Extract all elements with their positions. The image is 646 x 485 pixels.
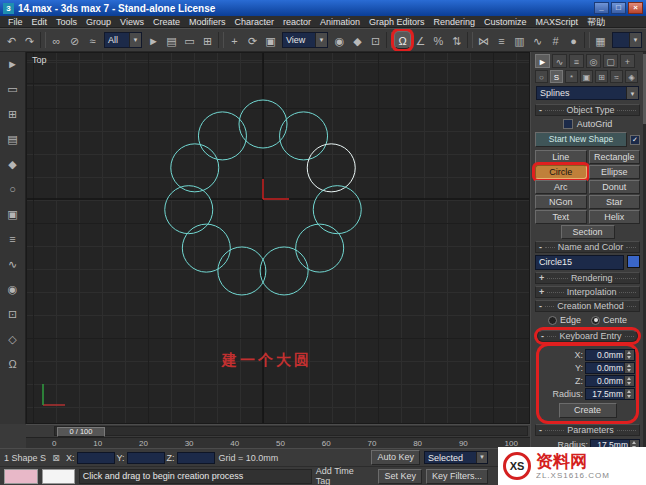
- bind-to-space-warp-icon[interactable]: ≈: [84, 31, 101, 49]
- selection-filter-dropdown[interactable]: All▼: [104, 32, 142, 48]
- object-type-button-ngon[interactable]: NGon: [535, 195, 587, 209]
- title-bar[interactable]: 3 14.max - 3ds max 7 - Stand-alone Licen…: [0, 0, 646, 16]
- menu-item-maxscript[interactable]: MAXScript: [532, 16, 583, 28]
- object-type-button-rectangle[interactable]: Rectangle: [589, 150, 641, 164]
- motion-tab-icon[interactable]: ◎: [586, 54, 601, 68]
- key-filters-button[interactable]: Key Filters...: [426, 469, 488, 484]
- menu-item-create[interactable]: Create: [149, 16, 184, 28]
- render-preset-dropdown[interactable]: ▼: [612, 32, 642, 48]
- create-button[interactable]: Create: [559, 403, 617, 418]
- spinner-down-icon[interactable]: [625, 394, 634, 399]
- unlink-selection-icon[interactable]: ⊘: [66, 31, 83, 49]
- spinner-down-icon[interactable]: [625, 381, 634, 386]
- timeline-track[interactable]: 0 / 100: [54, 426, 528, 436]
- curve-editor-icon[interactable]: ∿: [529, 31, 546, 49]
- creation-method-option-cente[interactable]: Cente: [591, 315, 627, 325]
- keyboard-entry-radius-input[interactable]: 17.5mm: [585, 388, 635, 400]
- select-and-manipulate-icon[interactable]: ◆: [349, 31, 366, 49]
- select-by-name-icon[interactable]: ▤: [163, 31, 180, 49]
- shapes-category-icon[interactable]: S: [550, 70, 563, 83]
- menu-item-modifiers[interactable]: Modifiers: [185, 16, 230, 28]
- mirror-icon[interactable]: ⋈: [475, 31, 492, 49]
- menu-item-customize[interactable]: Customize: [480, 16, 531, 28]
- window-crossing-icon[interactable]: ⊞: [199, 31, 216, 49]
- coordinate-x-field[interactable]: [77, 452, 115, 464]
- render-setup-icon[interactable]: ▦: [592, 31, 609, 49]
- use-pivot-center-icon[interactable]: ◉: [331, 31, 348, 49]
- percent-snap-icon[interactable]: %: [430, 31, 447, 49]
- set-key-button[interactable]: Set Key: [378, 469, 422, 484]
- space-warps-category-icon[interactable]: ≈: [610, 70, 623, 83]
- menu-item-views[interactable]: Views: [116, 16, 148, 28]
- left-tool-pivot-icon[interactable]: ◉: [4, 281, 22, 297]
- left-tool-grid-icon[interactable]: ⊞: [4, 106, 22, 122]
- chevron-down-icon[interactable]: ▼: [315, 33, 327, 47]
- menu-item-file[interactable]: File: [4, 16, 27, 28]
- spinner[interactable]: [624, 389, 634, 399]
- display-tab-icon[interactable]: ▢: [603, 54, 618, 68]
- spinner[interactable]: [624, 363, 634, 373]
- chevron-down-icon[interactable]: ▼: [129, 33, 141, 47]
- create-tab-icon[interactable]: ►: [535, 54, 550, 68]
- rollout-creation-method[interactable]: - Creation Method: [535, 300, 640, 312]
- cameras-category-icon[interactable]: ▣: [580, 70, 593, 83]
- undo-icon[interactable]: ↶: [3, 31, 20, 49]
- menu-item-group[interactable]: Group: [82, 16, 115, 28]
- menu-item-reactor[interactable]: reactor: [279, 16, 315, 28]
- left-tool-frame-icon[interactable]: ⊡: [4, 306, 22, 322]
- spinner-down-icon[interactable]: [625, 368, 634, 373]
- object-type-button-ellipse[interactable]: Ellipse: [589, 165, 641, 179]
- minimize-button[interactable]: _: [594, 2, 609, 14]
- spline-circle[interactable]: [218, 247, 266, 295]
- key-mode-dropdown[interactable]: Selected ▼: [424, 451, 488, 464]
- object-type-button-line[interactable]: Line: [535, 150, 587, 164]
- schematic-view-icon[interactable]: #: [547, 31, 564, 49]
- systems-category-icon[interactable]: ◈: [625, 70, 638, 83]
- modify-tab-icon[interactable]: ∿: [552, 54, 567, 68]
- hierarchy-tab-icon[interactable]: ≡: [569, 54, 584, 68]
- coordinate-y-field[interactable]: [127, 452, 165, 464]
- rollout-rendering[interactable]: + Rendering: [535, 272, 640, 284]
- object-name-input[interactable]: Circle15: [535, 255, 624, 270]
- spline-circle[interactable]: [307, 144, 355, 192]
- close-button[interactable]: ×: [628, 2, 643, 14]
- rollout-keyboard-entry[interactable]: - Keyboard Entry: [537, 330, 638, 342]
- helpers-category-icon[interactable]: ⊞: [595, 70, 608, 83]
- select-and-rotate-icon[interactable]: ⟳: [244, 31, 261, 49]
- object-type-button-section[interactable]: Section: [561, 225, 615, 239]
- selection-lock-icon[interactable]: ⊠: [50, 453, 62, 463]
- spline-circle[interactable]: [313, 186, 361, 234]
- object-type-button-circle[interactable]: Circle: [535, 165, 587, 179]
- keyboard-entry-x-input[interactable]: 0.0mm: [585, 349, 635, 361]
- menu-item-tools[interactable]: Tools: [52, 16, 81, 28]
- left-tool-curve-icon[interactable]: ∿: [4, 256, 22, 272]
- left-tool-diamond-icon[interactable]: ◇: [4, 331, 22, 347]
- chevron-down-icon[interactable]: ▼: [626, 87, 638, 99]
- add-time-tag[interactable]: Add Time Tag: [316, 466, 371, 485]
- spline-circle[interactable]: [182, 224, 230, 272]
- angle-snap-icon[interactable]: ∠: [412, 31, 429, 49]
- spinner-down-icon[interactable]: [625, 355, 634, 360]
- radio-icon[interactable]: [591, 316, 600, 325]
- keyboard-entry-y-input[interactable]: 0.0mm: [585, 362, 635, 374]
- spinner-snap-icon[interactable]: ⇅: [448, 31, 465, 49]
- keyboard-override-icon[interactable]: ⊡: [367, 31, 384, 49]
- lights-category-icon[interactable]: *: [565, 70, 578, 83]
- left-tool-select-icon[interactable]: ►: [4, 56, 22, 72]
- object-color-swatch[interactable]: [627, 255, 640, 268]
- menu-item-edit[interactable]: Edit: [28, 16, 52, 28]
- coordinate-z-field[interactable]: [177, 452, 215, 464]
- menu-item-rendering[interactable]: Rendering: [430, 16, 480, 28]
- rollout-object-type[interactable]: - Object Type: [535, 104, 640, 116]
- align-icon[interactable]: ≡: [493, 31, 510, 49]
- spline-type-dropdown[interactable]: Splines ▼: [536, 86, 639, 100]
- object-type-button-text[interactable]: Text: [535, 210, 587, 224]
- left-tool-region-icon[interactable]: ▭: [4, 81, 22, 97]
- maximize-button[interactable]: □: [611, 2, 626, 14]
- maxscript-mini-listener-pink[interactable]: [4, 469, 38, 484]
- keyboard-entry-z-input[interactable]: 0.0mm: [585, 375, 635, 387]
- spinner[interactable]: [624, 350, 634, 360]
- rollout-interpolation[interactable]: + Interpolation: [535, 286, 640, 298]
- spinner[interactable]: [624, 376, 634, 386]
- chevron-down-icon[interactable]: ▼: [476, 452, 487, 463]
